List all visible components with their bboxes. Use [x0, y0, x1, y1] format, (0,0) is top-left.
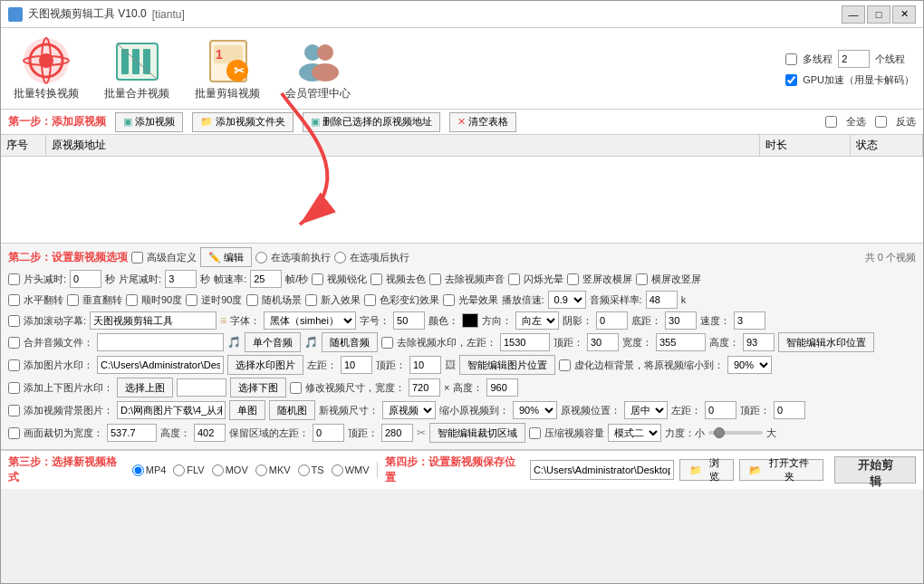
bottom-input[interactable] [665, 311, 697, 330]
font-size-input[interactable] [393, 311, 425, 330]
exec-before-radio[interactable] [255, 252, 267, 263]
minimize-button[interactable]: — [842, 5, 865, 24]
shadow-input[interactable] [596, 311, 628, 330]
flash-checkbox[interactable] [508, 273, 520, 285]
format-mkv[interactable]: MKV [255, 464, 291, 476]
clear-table-button[interactable]: ✕ 清空表格 [449, 112, 516, 132]
format-mkv-radio[interactable] [255, 464, 267, 476]
vertical-checkbox[interactable] [567, 273, 579, 285]
add-video-button[interactable]: ▣ 添加视频 [115, 112, 183, 132]
gpu-checkbox[interactable] [785, 74, 797, 86]
rotate90-checkbox[interactable] [126, 294, 138, 306]
toolbar-member[interactable]: 会员管理中心 [282, 36, 354, 101]
table-body[interactable] [1, 157, 923, 243]
head-cut-input[interactable] [70, 270, 101, 288]
top-input[interactable] [774, 401, 805, 419]
bg-image-path-input[interactable] [117, 401, 226, 419]
resize-checkbox[interactable] [290, 382, 302, 394]
left-input[interactable] [705, 401, 736, 419]
shrink-select[interactable]: 90%80% [513, 401, 557, 419]
light-effect-checkbox[interactable] [443, 294, 455, 306]
compress-slider[interactable] [708, 431, 763, 435]
new-size-select[interactable]: 原视频 [382, 401, 436, 419]
invert-checkbox[interactable] [875, 116, 887, 128]
sharpen-checkbox[interactable] [312, 273, 323, 285]
direction-select[interactable]: 向左向右 [515, 311, 559, 330]
virtual-bg-checkbox[interactable] [559, 359, 571, 371]
subtitle-checkbox[interactable] [8, 315, 20, 327]
resize-w-input[interactable] [409, 378, 440, 397]
remove-wm-checkbox[interactable] [381, 337, 393, 349]
wm-width-input[interactable] [656, 333, 706, 351]
crop-w-input[interactable] [107, 424, 157, 442]
playback-speed-select[interactable]: 0.91.01.5 [548, 291, 586, 309]
bg-image-checkbox[interactable] [8, 405, 20, 416]
wm-top-input[interactable] [587, 333, 619, 351]
thread-count-input[interactable] [838, 50, 870, 68]
subtitle-text-input[interactable] [90, 311, 217, 330]
font-select[interactable]: 黑体（simhei） [264, 311, 356, 330]
head-cut-checkbox[interactable] [8, 273, 20, 285]
format-ts-radio[interactable] [298, 464, 310, 476]
wm-left2-input[interactable] [341, 356, 372, 374]
color-picker[interactable] [462, 313, 478, 328]
wm-height-input[interactable] [743, 333, 775, 351]
format-flv[interactable]: FLV [173, 464, 204, 476]
compress-checkbox[interactable] [529, 427, 541, 439]
format-mov-radio[interactable] [212, 464, 224, 476]
wm-top2-input[interactable] [409, 356, 441, 374]
select-bottom-button[interactable]: 选择下图 [230, 378, 286, 397]
multithread-checkbox[interactable] [785, 53, 797, 65]
merge-audio-checkbox[interactable] [8, 337, 20, 349]
topbottom-wm-checkbox[interactable] [8, 382, 20, 394]
rotate-neg90-checkbox[interactable] [186, 294, 197, 306]
browse-button[interactable]: 📁 浏览 [679, 459, 735, 481]
wm-left-input[interactable] [500, 333, 550, 351]
compress-mode-select[interactable]: 模式二模式一 [608, 424, 661, 442]
edit-button[interactable]: ✏️编辑 [200, 247, 252, 267]
single-audio-button[interactable]: 单个音频 [245, 332, 301, 352]
delete-selected-button[interactable]: ▣ 删除已选择的原视频地址 [303, 112, 440, 132]
random-img-button[interactable]: 随机图 [269, 400, 315, 420]
select-top-button[interactable]: 选择上图 [117, 378, 173, 397]
crop-h-input[interactable] [194, 424, 226, 442]
format-wmv[interactable]: WMV [332, 464, 370, 476]
advanced-checkbox[interactable] [131, 252, 143, 263]
random-scene-checkbox[interactable] [246, 294, 258, 306]
toolbar-batch-merge[interactable]: 批量合并视频 [101, 36, 173, 101]
single-img-button[interactable]: 单图 [229, 400, 265, 420]
smart-edit-wm-button[interactable]: 智能编辑水印位置 [778, 332, 874, 352]
crop-checkbox[interactable] [8, 427, 20, 439]
format-mov[interactable]: MOV [212, 464, 248, 476]
padding-top-input[interactable] [381, 424, 413, 442]
select-wm-image-button[interactable]: 选择水印图片 [227, 355, 303, 375]
resize-h-input[interactable] [486, 378, 518, 397]
toolbar-batch-clip[interactable]: 1 ✂ 批量剪辑视频 [191, 36, 264, 101]
flip-h-checkbox[interactable] [8, 294, 20, 306]
speed-input[interactable] [734, 311, 765, 330]
exec-after-radio[interactable] [334, 252, 346, 263]
audio-file-input[interactable] [97, 333, 224, 351]
close-button[interactable]: ✕ [892, 5, 916, 24]
random-audio-button[interactable]: 随机音频 [322, 332, 378, 352]
remove-audio-checkbox[interactable] [429, 273, 441, 285]
image-wm-checkbox[interactable] [8, 359, 20, 371]
virtual-bg-select[interactable]: 90%80% [727, 356, 772, 374]
select-all-checkbox[interactable] [825, 116, 837, 128]
horizontal-checkbox[interactable] [636, 273, 648, 285]
add-folder-button[interactable]: 📁 添加视频文件夹 [192, 112, 294, 132]
maximize-button[interactable]: □ [867, 5, 890, 24]
toolbar-batch-convert[interactable]: 批量转换视频 [10, 36, 82, 101]
color-effect-checkbox[interactable] [364, 294, 376, 306]
tail-cut-input[interactable] [165, 270, 197, 288]
image-wm-path[interactable] [97, 356, 224, 374]
position-select[interactable]: 居中 [624, 401, 668, 419]
format-mp4[interactable]: MP4 [132, 464, 167, 476]
open-folder-button[interactable]: 📂 打开文件夹 [739, 459, 823, 481]
format-flv-radio[interactable] [173, 464, 185, 476]
start-clip-button[interactable]: 开始剪辑 [834, 456, 916, 483]
format-ts[interactable]: TS [298, 464, 324, 476]
format-wmv-radio[interactable] [332, 464, 343, 476]
save-path-input[interactable] [530, 460, 674, 480]
new-effect-checkbox[interactable] [305, 294, 317, 306]
